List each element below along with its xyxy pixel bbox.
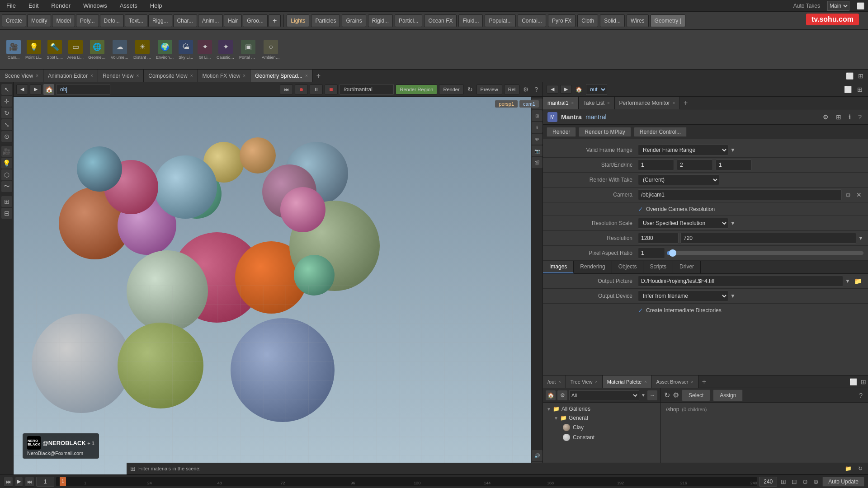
tab-tree-view[interactable]: Tree View × (566, 375, 603, 388)
bottom-add-tab[interactable]: + (698, 378, 710, 386)
tab-asset-close[interactable]: × (691, 380, 693, 384)
start-input[interactable] (638, 160, 674, 170)
text-button[interactable]: Text... (125, 14, 147, 27)
fluid-shelf-btn[interactable]: Fluid... (458, 14, 483, 27)
plus-button[interactable]: + (269, 14, 281, 27)
tab-mat-close[interactable]: × (644, 380, 646, 384)
mat-home-icon[interactable]: 🏠 (546, 390, 556, 400)
bottom-expand1[interactable]: ⬜ (848, 377, 859, 386)
lights-shelf-btn[interactable]: Lights (287, 14, 309, 27)
viewport-right-vis[interactable]: 👁 (532, 134, 542, 145)
tab-images[interactable]: Images (543, 261, 574, 273)
camera-clear[interactable]: ✕ (854, 190, 863, 199)
create-button[interactable]: Create (2, 14, 26, 27)
mat-gear-icon[interactable]: ⚙ (557, 390, 567, 400)
timeline-icon1[interactable]: ⊞ (779, 477, 788, 486)
tab-out-close[interactable]: × (558, 380, 561, 384)
bottom-expand2[interactable]: ⊞ (859, 377, 868, 386)
net-add-tab[interactable]: + (680, 99, 691, 107)
tab-motion-fx[interactable]: Motion FX View × (198, 70, 251, 82)
render-mplay-btn[interactable]: Render to MPlay (579, 127, 631, 137)
ocean-shelf-btn[interactable]: Ocean FX (424, 14, 457, 27)
inc-input[interactable] (716, 160, 752, 170)
snap-tool[interactable]: ⊞ (1, 196, 12, 207)
caustic-light-icon[interactable]: ✦ Caustic Li... (216, 39, 236, 61)
rigg-button[interactable]: Rigg... (148, 14, 172, 27)
viewport-right-audio[interactable]: 🔊 (532, 450, 542, 461)
tab-composite-view[interactable]: Composite View × (144, 70, 198, 82)
camera-pick[interactable]: ⊙ (844, 190, 853, 199)
tab-asset-browser[interactable]: Asset Browser × (652, 375, 698, 388)
viewport-right-cam[interactable]: 📷 (532, 145, 542, 156)
mat-right-question[interactable]: ? (857, 391, 864, 400)
geo-tool[interactable]: ⬡ (1, 169, 12, 180)
geometry-shelf-btn[interactable]: Geometry [ (651, 14, 685, 27)
viewport-right-info[interactable]: ℹ (532, 122, 542, 133)
output-picture-dropdown[interactable]: ▼ (845, 278, 850, 284)
reload-icon[interactable]: ↻ (466, 85, 475, 94)
geo-light-icon[interactable]: 🌐 Geometry L... (87, 39, 107, 61)
populate-shelf-btn[interactable]: Populat... (485, 14, 516, 27)
tab-objects[interactable]: Objects (612, 261, 644, 273)
ambient-light-icon[interactable]: ○ Ambient Li... (261, 39, 281, 61)
res-y-input[interactable] (680, 233, 856, 244)
point-light-icon[interactable]: 💡 Point Li... (24, 39, 43, 61)
menu-help[interactable]: Help (147, 1, 165, 10)
sky-light-icon[interactable]: 🌤 Sky Li... (178, 39, 194, 61)
render-btn[interactable]: Render (547, 127, 576, 137)
pixel-aspect-input[interactable] (638, 248, 665, 258)
area-light-icon[interactable]: ▭ Area Li... (66, 39, 85, 61)
render-path[interactable]: /out/mantral (340, 84, 394, 95)
current-frame-input[interactable] (36, 477, 54, 487)
frame-range-dropdown[interactable]: ▼ (730, 147, 736, 153)
res-dropdown[interactable]: ▼ (858, 235, 863, 241)
mat-general-item[interactable]: ▼ 📁 General (545, 413, 658, 422)
scale-tool[interactable]: ⤡ (1, 119, 12, 130)
performance-close[interactable]: × (673, 101, 675, 105)
hair-button[interactable]: Hair (224, 14, 242, 27)
modify-button[interactable]: Modify (27, 14, 51, 27)
resolution-scale-dropdown[interactable]: ▼ (730, 220, 736, 226)
viewport-right-snap[interactable]: ⊞ (532, 110, 542, 121)
mantra-gear[interactable]: ⚙ (821, 113, 830, 122)
menu-windows[interactable]: Windows (80, 1, 110, 10)
grid-tool[interactable]: ⊟ (1, 208, 12, 219)
poly-button[interactable]: Poly... (76, 14, 99, 27)
tab-geometry-spread[interactable]: Geometry Spread... × (250, 70, 313, 82)
add-tab-button[interactable]: + (313, 72, 324, 80)
particl-shelf-btn[interactable]: Particl... (395, 14, 422, 27)
mantra-info[interactable]: ℹ (847, 113, 853, 122)
create-dirs-label[interactable]: Create Intermediate Directories (646, 307, 722, 314)
playback-prev[interactable]: ⏮ (280, 84, 293, 94)
rotate-tool[interactable]: ↻ (1, 108, 12, 118)
persp-badge[interactable]: persp1 (495, 100, 518, 108)
rel-button[interactable]: Rel (504, 84, 520, 94)
tab-close-render[interactable]: × (136, 73, 139, 78)
filter-expand-icon[interactable]: ⊞ (130, 465, 136, 472)
mantral-tab[interactable]: mantral1 × (543, 97, 579, 109)
take-select[interactable]: (Current) (638, 174, 719, 185)
home-icon[interactable]: 🏠 (43, 84, 54, 95)
output-picture-input[interactable] (638, 276, 843, 286)
stop-btn[interactable]: ⏹ (325, 84, 338, 94)
assign-button[interactable]: Assign (713, 389, 743, 401)
camera-input[interactable] (638, 189, 842, 200)
mat-all-galleries-item[interactable]: ▼ 📁 All Galleries (545, 404, 658, 413)
handle-tool[interactable]: ⊙ (1, 131, 12, 142)
tab-bar-icon1[interactable]: ⬜ (844, 71, 855, 80)
mat-arrow-icon[interactable]: → (647, 390, 657, 400)
rigid-shelf-btn[interactable]: Rigid... (368, 14, 393, 27)
tab-scripts[interactable]: Scripts (643, 261, 673, 273)
menu-file[interactable]: File (4, 1, 19, 10)
tab-tree-close[interactable]: × (595, 380, 598, 384)
pause-btn[interactable]: ⏸ (310, 84, 323, 94)
contain-shelf-btn[interactable]: Contai... (518, 14, 546, 27)
end-input[interactable] (677, 160, 713, 170)
output-device-select[interactable]: Infer from filename (638, 291, 728, 301)
cam-badge[interactable]: cam1 (519, 100, 539, 108)
wires-shelf-btn[interactable]: Wires (627, 14, 649, 27)
cloth-shelf-btn[interactable]: Cloth (577, 14, 598, 27)
model-button[interactable]: Model (52, 14, 75, 27)
volume-light-icon[interactable]: ☁ Volume Li... (110, 39, 130, 61)
timeline-icon3[interactable]: ⊙ (801, 477, 810, 486)
